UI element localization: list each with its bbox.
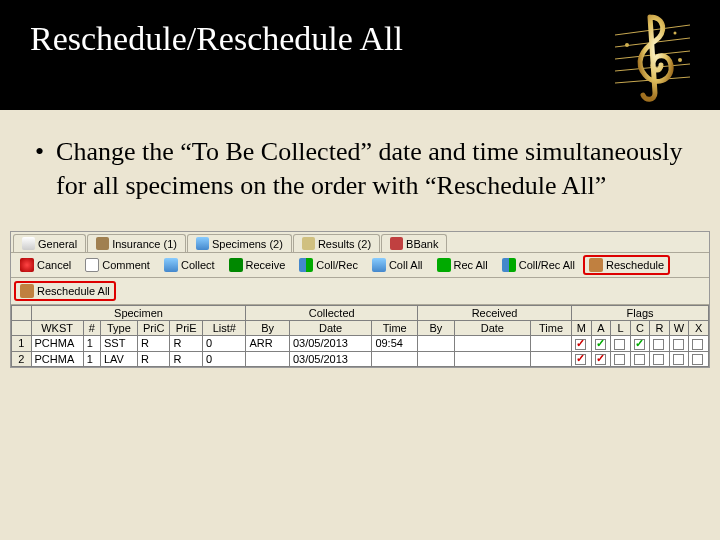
cell[interactable] [530,351,571,367]
cell[interactable]: R [170,351,203,367]
cell[interactable]: R [170,336,203,352]
comment-button[interactable]: Comment [79,255,156,275]
cell[interactable]: 1 [12,336,32,352]
collect-button[interactable]: Collect [158,255,221,275]
reschedule-all-button[interactable]: Reschedule All [14,281,116,301]
cell[interactable]: 0 [203,336,246,352]
cancel-button[interactable]: Cancel [14,255,77,275]
btn-label: Coll/Rec All [519,259,575,271]
bullet-text: Change the “To Be Collected” date and ti… [56,135,685,203]
flag-cell[interactable] [669,351,689,367]
col-flag-a[interactable]: A [591,321,611,336]
collall-button[interactable]: Coll All [366,255,429,275]
recall-button[interactable]: Rec All [431,255,494,275]
flag-cell[interactable] [591,351,611,367]
cell[interactable]: LAV [100,351,137,367]
cell[interactable]: 0 [203,351,246,367]
checkbox-icon[interactable] [634,354,645,365]
col-prie[interactable]: PriE [170,321,203,336]
checkbox-icon[interactable] [692,354,703,365]
cell[interactable]: 03/05/2013 [289,351,371,367]
tab-specimens[interactable]: Specimens (2) [187,234,292,252]
collrec-button[interactable]: Coll/Rec [293,255,364,275]
col-flag-c[interactable]: C [630,321,650,336]
col-pric[interactable]: PriC [137,321,170,336]
flag-cell[interactable] [572,336,592,352]
cell[interactable] [372,351,418,367]
bbank-icon [390,237,403,250]
flag-cell[interactable] [689,336,709,352]
flag-cell[interactable] [669,336,689,352]
cell[interactable]: 1 [83,336,100,352]
col-flag-x[interactable]: X [689,321,709,336]
flag-cell[interactable] [591,336,611,352]
checkbox-icon[interactable] [575,339,586,350]
btn-label: Cancel [37,259,71,271]
cell[interactable]: 2 [12,351,32,367]
header-col-row: WKST # Type PriC PriE List# By Date Time… [12,321,709,336]
col-by-c[interactable]: By [246,321,289,336]
col-flag-r[interactable]: R [650,321,670,336]
tab-insurance[interactable]: Insurance (1) [87,234,186,252]
cell[interactable] [417,351,454,367]
col-num[interactable]: # [83,321,100,336]
cell[interactable]: SST [100,336,137,352]
col-flag-m[interactable]: M [572,321,592,336]
checkbox-icon[interactable] [653,339,664,350]
cell[interactable] [246,351,289,367]
checkbox-icon[interactable] [634,339,645,350]
btn-label: Comment [102,259,150,271]
checkbox-icon[interactable] [692,339,703,350]
cell[interactable]: 09:54 [372,336,418,352]
checkbox-icon[interactable] [614,339,625,350]
checkbox-icon[interactable] [673,354,684,365]
cell[interactable]: PCHMA [31,351,83,367]
specimen-grid: Specimen Collected Received Flags WKST #… [11,305,709,367]
checkbox-icon[interactable] [575,354,586,365]
tab-bbank[interactable]: BBank [381,234,447,252]
flag-cell[interactable] [611,351,631,367]
col-wkst[interactable]: WKST [31,321,83,336]
col-time-r[interactable]: Time [530,321,571,336]
reschedule-button[interactable]: Reschedule [583,255,670,275]
tab-label: Specimens (2) [212,238,283,250]
col-date-r[interactable]: Date [454,321,530,336]
collrecall-button[interactable]: Coll/Rec All [496,255,581,275]
flag-cell[interactable] [630,336,650,352]
group-collected: Collected [246,306,418,321]
col-by-r[interactable]: By [417,321,454,336]
checkbox-icon[interactable] [653,354,664,365]
flag-cell[interactable] [611,336,631,352]
cell[interactable] [417,336,454,352]
tab-general[interactable]: General [13,234,86,252]
cell[interactable] [454,351,530,367]
table-row[interactable]: 1PCHMA1SSTRR0ARR03/05/201309:54 [12,336,709,352]
checkbox-icon[interactable] [595,339,606,350]
checkbox-icon[interactable] [673,339,684,350]
cell[interactable]: ARR [246,336,289,352]
checkbox-icon[interactable] [595,354,606,365]
receive-button[interactable]: Receive [223,255,292,275]
col-flag-w[interactable]: W [669,321,689,336]
cell[interactable]: 03/05/2013 [289,336,371,352]
cell[interactable]: 1 [83,351,100,367]
checkbox-icon[interactable] [614,354,625,365]
flag-cell[interactable] [572,351,592,367]
flag-cell[interactable] [650,351,670,367]
general-icon [22,237,35,250]
cell[interactable] [530,336,571,352]
col-type[interactable]: Type [100,321,137,336]
cell[interactable]: R [137,336,170,352]
table-row[interactable]: 2PCHMA1LAVRR003/05/2013 [12,351,709,367]
cell[interactable]: R [137,351,170,367]
flag-cell[interactable] [650,336,670,352]
col-time-c[interactable]: Time [372,321,418,336]
col-flag-l[interactable]: L [611,321,631,336]
col-date-c[interactable]: Date [289,321,371,336]
tab-results[interactable]: Results (2) [293,234,380,252]
col-listnum[interactable]: List# [203,321,246,336]
flag-cell[interactable] [630,351,650,367]
cell[interactable] [454,336,530,352]
cell[interactable]: PCHMA [31,336,83,352]
flag-cell[interactable] [689,351,709,367]
